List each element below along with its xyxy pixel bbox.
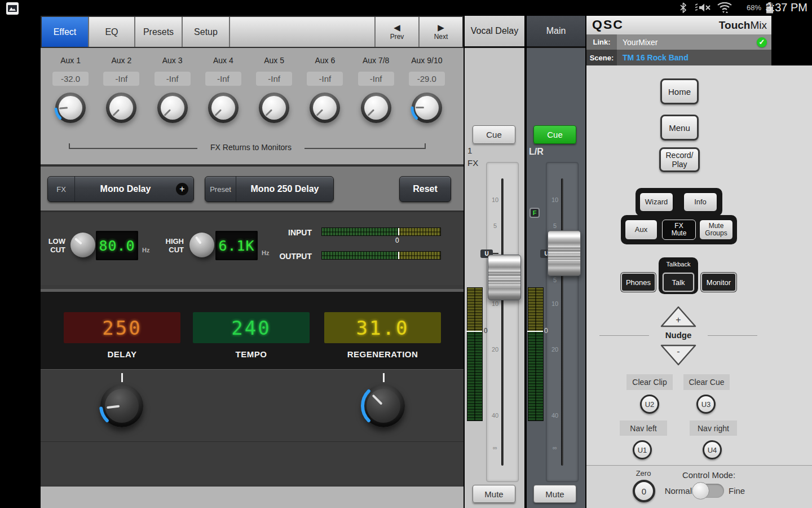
nudge-down-button[interactable]: - <box>660 344 696 366</box>
reset-button[interactable]: Reset <box>399 176 451 202</box>
channel-fader-cap[interactable] <box>488 255 521 300</box>
regeneration-label: REGENERATION <box>324 349 441 359</box>
regeneration-knob[interactable] <box>362 384 405 427</box>
user-button-u1[interactable]: U1 <box>633 440 652 459</box>
scene-row[interactable]: Scene: TM 16 Rock Band <box>586 50 771 65</box>
aux-send-value[interactable]: -Inf <box>155 72 191 86</box>
monitor-button[interactable]: Monitor <box>701 273 736 292</box>
effect-panel: Effect EQ Presets Setup ◀ Prev ▶ Next Au… <box>41 16 464 508</box>
tempo-display[interactable]: 240 <box>193 312 310 343</box>
aux-send-value[interactable]: -Inf <box>256 72 292 86</box>
fx-add-icon[interactable]: + <box>176 183 188 195</box>
aux-send: Aux 1-32.0 <box>45 56 96 123</box>
aux-button[interactable]: Aux <box>625 220 657 240</box>
low-cut-knob[interactable] <box>70 233 95 257</box>
high-cut-knob[interactable] <box>189 233 214 257</box>
delay-display[interactable]: 250 <box>64 312 180 343</box>
fx-type-selector[interactable]: FX Mono Delay + <box>47 176 194 202</box>
preset-cell-label: Preset <box>205 177 236 202</box>
user-button-u3[interactable]: U3 <box>696 395 716 414</box>
output-meter-label: OUTPUT <box>267 252 312 261</box>
mute-groups-button[interactable]: MuteGroups <box>699 220 733 240</box>
control-mode-toggle[interactable] <box>694 484 724 498</box>
control-mode-fine-label: Fine <box>729 486 757 496</box>
fader-scale-tick: 5 <box>549 277 561 283</box>
channel-mute-button[interactable]: Mute <box>473 485 515 503</box>
fx-cell-label: FX <box>48 177 75 202</box>
tab-eq[interactable]: EQ <box>89 17 135 47</box>
prev-button[interactable]: ◀ Prev <box>376 17 420 47</box>
aux-send-value[interactable]: -Inf <box>205 72 241 86</box>
main-header[interactable]: Main <box>527 16 585 48</box>
control-panel-footer: Zero 0 Control Mode: Normal Fine <box>586 465 812 508</box>
home-button[interactable]: Home <box>660 78 699 104</box>
aux-send-knob[interactable] <box>361 93 391 123</box>
nav-left-button[interactable]: Nav left <box>620 421 667 436</box>
aux-send-value[interactable]: -29.0 <box>409 72 445 86</box>
channel-fader-track[interactable]: 1055102040∞U <box>486 162 519 482</box>
fader-scale-tick: 20 <box>549 346 561 353</box>
aux-send: Aux 7/8-Inf <box>351 56 401 123</box>
fader-scale-tick: 10 <box>549 300 561 307</box>
high-cut-display[interactable]: 6.1K <box>215 231 258 260</box>
zero-label: Zero <box>626 469 660 478</box>
nav-right-button[interactable]: Nav right <box>690 421 737 436</box>
toggle-knob[interactable] <box>692 482 709 500</box>
aux-send-value[interactable]: -Inf <box>103 72 139 86</box>
aux-send-knob[interactable] <box>55 93 86 123</box>
phones-button[interactable]: Phones <box>621 273 656 292</box>
link-value: YourMixer <box>623 38 658 47</box>
channel-cue-button[interactable]: Cue <box>473 125 515 144</box>
aux-send-knob[interactable] <box>106 93 136 123</box>
output-meter <box>321 251 441 260</box>
screenshot-icon[interactable] <box>6 2 19 15</box>
status-bar: 68% 3:37 PM <box>0 0 812 16</box>
aux-send-value[interactable]: -Inf <box>358 72 394 86</box>
clear-cue-button[interactable]: Clear Cue <box>683 374 730 390</box>
next-button[interactable]: ▶ Next <box>420 17 462 47</box>
regeneration-display[interactable]: 31.0 <box>324 312 441 343</box>
tab-presets[interactable]: Presets <box>135 17 183 47</box>
main-cue-button[interactable]: Cue <box>533 125 576 144</box>
tempo-label: TEMPO <box>193 349 310 359</box>
fx-type-value: Mono Delay <box>75 184 176 194</box>
nudge-up-button[interactable]: + <box>660 306 696 327</box>
preset-value: Mono 250 Delay <box>236 184 333 194</box>
talk-button[interactable]: Talk <box>663 273 694 292</box>
aux-send-knob[interactable] <box>157 93 188 123</box>
next-arrow-icon: ▶ <box>438 23 444 32</box>
aux-send-value[interactable]: -Inf <box>307 72 343 86</box>
fx-mute-button[interactable]: FXMute <box>662 220 696 240</box>
record-play-button[interactable]: Record/Play <box>659 147 700 172</box>
tab-effect[interactable]: Effect <box>42 17 89 47</box>
info-button[interactable]: Info <box>683 192 717 212</box>
menu-button[interactable]: Menu <box>660 115 699 141</box>
user-button-u2[interactable]: U2 <box>640 395 659 414</box>
delay-knob[interactable] <box>100 384 143 427</box>
aux-send-value[interactable]: -32.0 <box>52 72 89 86</box>
fader-scale-tick: ∞ <box>489 444 501 451</box>
clear-clip-button[interactable]: Clear Clip <box>626 374 673 390</box>
main-mute-button[interactable]: Mute <box>533 485 576 503</box>
main-fader-track[interactable]: 1055102040∞U <box>546 162 579 482</box>
tab-setup[interactable]: Setup <box>183 17 230 47</box>
prev-arrow-icon: ◀ <box>394 23 400 32</box>
talkback-label: Talkback <box>659 261 698 268</box>
zero-button[interactable]: 0 <box>633 480 655 502</box>
aux-send-knob[interactable] <box>208 93 239 123</box>
fx-preset-selector[interactable]: Preset Mono 250 Delay <box>205 176 334 202</box>
user-button-u4[interactable]: U4 <box>703 440 722 459</box>
low-cut-display[interactable]: 80.0 <box>96 231 138 260</box>
link-row[interactable]: Link: YourMixer ✓ <box>586 34 771 50</box>
fx-returns-caption: FX Returns to Monitors <box>200 143 302 152</box>
channel-header[interactable]: Vocal Delay <box>465 16 524 48</box>
main-fader-cap[interactable] <box>548 230 581 276</box>
fader-scale-tick: 20 <box>489 346 501 353</box>
meter-zero-label: 0 <box>395 237 399 244</box>
main-level-meter <box>528 287 544 421</box>
fine-mode-badge[interactable]: F <box>529 208 540 218</box>
wizard-button[interactable]: Wizard <box>639 192 673 212</box>
aux-send-knob[interactable] <box>310 93 340 123</box>
aux-send-knob[interactable] <box>259 93 289 123</box>
aux-send-knob[interactable] <box>412 93 442 123</box>
